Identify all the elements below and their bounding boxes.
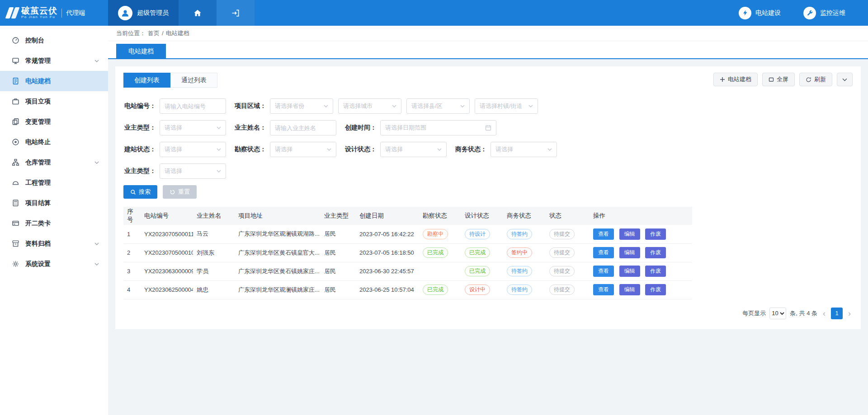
sidebar-item-label: 电站建档 [25, 77, 51, 85]
sidebar-item-label: 项目结算 [25, 199, 51, 207]
owner-type-placeholder: 请选择 [165, 124, 182, 132]
fullscreen-button[interactable]: 全屏 [762, 73, 795, 86]
design-status-select[interactable]: 请选择 [380, 142, 447, 157]
district-select[interactable]: 请选择县/区 [406, 98, 470, 114]
prev-page-button[interactable]: ‹ [821, 309, 827, 317]
filter-row-4: 业主类型： 请选择 [123, 163, 853, 179]
next-page-button[interactable]: › [846, 309, 853, 317]
breadcrumb-home[interactable]: 首页 [148, 29, 160, 37]
view-button[interactable]: 查看 [593, 228, 614, 240]
province-select[interactable]: 请选择省份 [270, 98, 333, 114]
sidebar-item-engineering-mgmt[interactable]: 工程管理 [0, 173, 108, 193]
station-no-label: 电站编号： [123, 102, 156, 110]
sidebar-item-project-initiation[interactable]: 项目立项 [0, 91, 108, 112]
date-range-picker[interactable]: 请选择日期范围 [380, 120, 496, 135]
city-select[interactable]: 请选择城市 [338, 98, 401, 114]
breadcrumb-current[interactable]: 电站建档 [166, 29, 189, 37]
fullscreen-label: 全屏 [777, 75, 788, 84]
invalidate-button[interactable]: 作废 [645, 247, 666, 258]
cell-station-no: YX2023062500004 [141, 280, 193, 299]
cell-created: 2023-07-05 16:42:22 [356, 225, 419, 243]
brand[interactable]: 破茧云伏 Po Jian Yun Fu 代理端 [0, 0, 108, 26]
reset-button[interactable]: 重置 [163, 185, 197, 199]
nav-monitor-ops[interactable]: 监控运维 [803, 0, 845, 26]
sidebar-item-label: 系统设置 [25, 260, 51, 268]
user-name: 超级管理员 [137, 9, 169, 17]
tab-passed-list[interactable]: 通过列表 [170, 73, 217, 88]
cell-survey-status: 勘察中 [419, 225, 461, 243]
station-no-input[interactable] [160, 98, 226, 114]
sidebar-item-class2-card[interactable]: 开二类卡 [0, 213, 108, 233]
page-number-1[interactable]: 1 [831, 308, 843, 319]
sidebar-item-warehouse-mgmt[interactable]: 仓库管理 [0, 152, 108, 173]
refresh-button[interactable]: 刷新 [799, 73, 832, 86]
view-button[interactable]: 查看 [593, 266, 614, 277]
status-badge: 待提交 [549, 266, 575, 276]
user-menu[interactable]: 超级管理员 [108, 0, 179, 26]
status-badge: 待提交 [549, 229, 575, 239]
business-status-select[interactable]: 请选择 [491, 142, 557, 157]
sidebar-item-change-mgmt[interactable]: 变更管理 [0, 112, 108, 132]
status-badge: 已完成 [423, 247, 448, 258]
header-spacer [255, 0, 739, 26]
page-size-select[interactable]: 10 [769, 308, 786, 319]
sidebar-item-label: 常规管理 [25, 57, 51, 65]
cell-status: 待提交 [546, 280, 590, 299]
survey-status-select[interactable]: 请选择 [270, 142, 336, 157]
chevron-down-icon [217, 170, 221, 173]
breadcrumb-separator: / [162, 30, 164, 37]
avatar [118, 6, 132, 20]
cell-actions: 查看 编辑 作废 [590, 243, 692, 262]
logout-button[interactable] [217, 0, 255, 26]
survey-status-label: 勘察状态： [234, 145, 266, 154]
chevron-down-icon [94, 161, 99, 164]
town-select[interactable]: 请选择村镇/街道 [475, 98, 538, 114]
sidebar-item-system-settings[interactable]: 系统设置 [0, 254, 108, 274]
search-button[interactable]: 搜索 [123, 185, 157, 199]
sidebar-item-station-terminate[interactable]: 电站终止 [0, 132, 108, 152]
view-button[interactable]: 查看 [593, 284, 614, 295]
col-owner-type: 业主类型 [321, 207, 356, 225]
owner-name-input[interactable] [270, 120, 336, 135]
page-tabbar: 电站建档 [108, 41, 868, 59]
tab-create-list[interactable]: 创建列表 [123, 73, 170, 88]
sidebar-item-console[interactable]: 控制台 [0, 30, 108, 51]
filter-owner-name: 业主姓名： [234, 120, 336, 135]
chevron-down-icon [94, 263, 99, 266]
collapse-button[interactable] [837, 73, 853, 86]
status-badge: 设计中 [465, 284, 490, 295]
sidebar-item-station-filing[interactable]: 电站建档 [0, 71, 108, 91]
page-tab-station-filing[interactable]: 电站建档 [116, 44, 166, 58]
edit-button[interactable]: 编辑 [619, 284, 640, 295]
edit-button[interactable]: 编辑 [619, 266, 640, 277]
view-button[interactable]: 查看 [593, 247, 614, 258]
invalidate-button[interactable]: 作废 [645, 228, 666, 240]
cell-owner-type: 居民 [321, 280, 356, 299]
sidebar-item-general-mgmt[interactable]: 常规管理 [0, 51, 108, 71]
station-filing-card: 创建列表 通过列表 电站建档 全屏 刷新 [115, 66, 861, 329]
invalidate-button[interactable]: 作废 [645, 284, 666, 295]
edit-button[interactable]: 编辑 [619, 228, 640, 240]
filter-design-status: 设计状态： 请选择 [344, 142, 447, 157]
card-icon [12, 219, 19, 227]
owner-type-select[interactable]: 请选择 [160, 120, 226, 135]
home-button[interactable] [179, 0, 217, 26]
build-status-placeholder: 请选择 [165, 145, 182, 154]
chevron-down-icon [324, 105, 328, 107]
breadcrumb: 当前位置： 首页 / 电站建档 [108, 26, 868, 41]
district-placeholder: 请选择县/区 [411, 102, 443, 110]
cell-design-status: 待设计 [461, 225, 503, 243]
sidebar-item-project-settlement[interactable]: 项目结算 [0, 193, 108, 213]
owner-type2-select[interactable]: 请选择 [160, 163, 226, 179]
build-status-select[interactable]: 请选择 [160, 142, 226, 157]
add-station-button[interactable]: 电站建档 [713, 73, 758, 86]
col-address: 项目地址 [235, 207, 321, 225]
invalidate-button[interactable]: 作废 [645, 266, 666, 277]
nav-station-build[interactable]: 电站建设 [739, 0, 781, 26]
edit-button[interactable]: 编辑 [619, 247, 640, 258]
main-content: 当前位置： 首页 / 电站建档 电站建档 创建列表 通过列表 电站建档 [108, 26, 868, 415]
design-status-label: 设计状态： [344, 145, 377, 154]
plus-icon [720, 77, 725, 82]
filter-region: 项目区域： 请选择省份 请选择城市 请选择县/区 [234, 98, 538, 114]
sidebar-item-data-archive[interactable]: 资料归档 [0, 233, 108, 254]
